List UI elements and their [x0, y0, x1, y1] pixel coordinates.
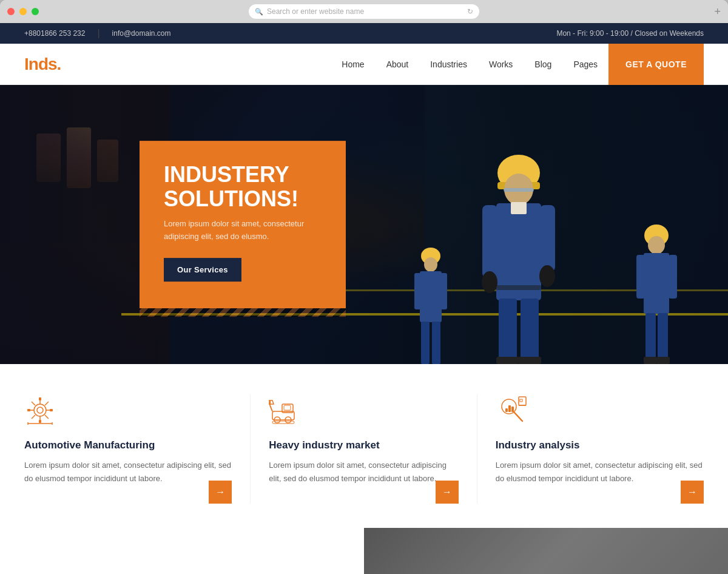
bottom-image-bg	[364, 528, 728, 574]
svg-line-57	[514, 413, 522, 421]
svg-rect-18	[636, 255, 645, 299]
heavy-industry-arrow-button[interactable]: →	[436, 481, 459, 504]
svg-rect-17	[644, 253, 669, 314]
new-tab-button[interactable]: +	[714, 5, 721, 18]
svg-rect-21	[658, 313, 668, 364]
hero-content: INDUSTERY SOLUTIONS! Lorem ipsum dolor s…	[140, 141, 346, 308]
svg-line-51	[270, 405, 272, 411]
svg-line-39	[45, 402, 49, 405]
divider: |	[97, 28, 99, 39]
svg-rect-14	[496, 285, 541, 290]
svg-rect-26	[420, 271, 442, 322]
svg-rect-22	[644, 357, 657, 364]
industry-analysis-icon	[496, 394, 704, 428]
svg-point-32	[37, 407, 43, 413]
nav-item-about[interactable]: About	[376, 44, 420, 85]
nav-item-home[interactable]: Home	[331, 44, 375, 85]
svg-point-16	[648, 236, 665, 254]
hero-description: Lorem ipsum dolor sit amet, consectetur …	[164, 218, 322, 243]
svg-rect-23	[656, 357, 670, 364]
svg-rect-60	[511, 407, 514, 412]
svg-rect-59	[508, 405, 511, 412]
svg-line-38	[45, 415, 49, 419]
svg-line-37	[32, 402, 35, 405]
svg-point-31	[34, 404, 46, 416]
svg-rect-50	[284, 405, 291, 410]
nav-item-industries[interactable]: Industries	[419, 44, 478, 85]
nav-item-works[interactable]: Works	[478, 44, 524, 85]
bottom-left	[0, 528, 364, 574]
close-button[interactable]	[7, 8, 15, 15]
phone-number: +8801866 253 232	[24, 29, 85, 38]
svg-rect-41	[39, 397, 41, 400]
main-nav: Home About Industries Works Blog Pages G…	[331, 44, 704, 85]
svg-rect-3	[504, 188, 534, 192]
automotive-icon	[24, 394, 232, 428]
svg-rect-62	[520, 399, 522, 402]
automotive-arrow-button[interactable]: →	[209, 481, 232, 504]
site-logo[interactable]: Inds.	[24, 55, 61, 74]
arrow-icon: →	[687, 487, 697, 498]
svg-rect-12	[518, 357, 541, 364]
svg-rect-44	[50, 409, 53, 411]
hero-title: INDUSTERY SOLUTIONS!	[164, 163, 322, 211]
arrow-icon: →	[442, 487, 452, 498]
services-section: Automotive Manufacturing Lorem ipsum dol…	[0, 364, 728, 528]
industry-analysis-desc: Lorem ipsum dolor sit amet, consectetur …	[496, 459, 704, 485]
svg-point-7	[482, 271, 497, 293]
worker-figure-2	[634, 218, 679, 364]
svg-rect-58	[505, 408, 508, 412]
address-bar[interactable]: 🔍 Search or enter website name ↻	[249, 4, 479, 19]
svg-rect-42	[39, 420, 41, 423]
heavy-industry-icon	[269, 394, 458, 428]
maximize-button[interactable]	[32, 8, 39, 15]
svg-line-40	[32, 415, 35, 419]
service-industry-analysis: Industry analysis Lorem ipsum dolor sit …	[477, 394, 704, 504]
address-text: Search or enter website name	[267, 7, 364, 16]
svg-rect-13	[511, 202, 527, 214]
svg-rect-29	[421, 322, 430, 364]
hero-section: INDUSTERY SOLUTIONS! Lorem ipsum dolor s…	[0, 85, 728, 364]
browser-window: 🔍 Search or enter website name ↻ + +8801…	[0, 0, 728, 574]
svg-rect-43	[27, 409, 30, 411]
nav-item-pages[interactable]: Pages	[562, 44, 608, 85]
svg-rect-20	[645, 313, 656, 364]
bottom-image-preview	[364, 528, 728, 574]
svg-rect-28	[440, 273, 447, 309]
top-bar: +8801866 253 232 | info@domain.com Mon -…	[0, 23, 728, 44]
service-heavy-industry: Heavy industry market Lorem ipsum dolor …	[251, 394, 477, 504]
svg-point-8	[539, 265, 555, 287]
industry-analysis-title: Industry analysis	[496, 439, 704, 451]
browser-titlebar: 🔍 Search or enter website name ↻ +	[0, 0, 728, 23]
heavy-industry-desc: Lorem ipsum dolor sit amet, consectetur …	[269, 459, 458, 485]
hero-box: INDUSTERY SOLUTIONS! Lorem ipsum dolor s…	[140, 141, 346, 308]
svg-rect-11	[496, 357, 519, 364]
svg-rect-10	[521, 299, 539, 364]
automotive-desc: Lorem ipsum dolor sit amet, consectetur …	[24, 459, 232, 485]
get-quote-button[interactable]: Get A QUOTE	[608, 44, 704, 85]
service-automotive: Automotive Manufacturing Lorem ipsum dol…	[24, 394, 251, 504]
industry-analysis-arrow-button[interactable]: →	[681, 481, 704, 504]
svg-rect-19	[669, 255, 677, 299]
nav-item-blog[interactable]: Blog	[524, 44, 562, 85]
arrow-icon: →	[215, 487, 225, 498]
svg-rect-6	[540, 205, 555, 272]
svg-point-25	[424, 257, 437, 272]
hero-overlay	[0, 85, 728, 364]
website-content: +8801866 253 232 | info@domain.com Mon -…	[0, 23, 728, 574]
svg-rect-27	[414, 273, 421, 309]
business-hours: Mon - Fri: 9:00 - 19:00 / Closed on Week…	[556, 29, 704, 38]
bottom-section	[0, 528, 728, 574]
site-header: Inds. Home About Industries Works Blog P…	[0, 44, 728, 85]
email-address: info@domain.com	[112, 29, 171, 38]
refresh-icon[interactable]: ↻	[467, 7, 473, 16]
minimize-button[interactable]	[19, 8, 27, 15]
worker-figure-3	[413, 243, 449, 364]
heavy-industry-title: Heavy industry market	[269, 439, 458, 451]
search-icon: 🔍	[255, 8, 263, 16]
automotive-title: Automotive Manufacturing	[24, 439, 232, 451]
svg-rect-30	[432, 322, 440, 364]
svg-rect-5	[482, 205, 497, 278]
svg-rect-9	[499, 299, 517, 364]
our-services-button[interactable]: Our Services	[164, 258, 241, 282]
